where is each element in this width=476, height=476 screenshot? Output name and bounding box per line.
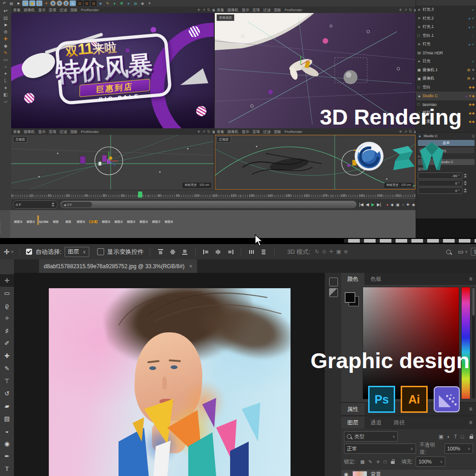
viewport-menu-item[interactable]: 查看 xyxy=(217,7,224,13)
viewport-menu-item[interactable]: 显示 xyxy=(242,7,249,13)
viewport-left-view[interactable]: 左视图 网格宽度 : 100 cm xyxy=(11,135,214,190)
layer-thumbnail[interactable] xyxy=(352,471,367,476)
frame-field[interactable]: 0 F xyxy=(13,200,58,209)
object-row[interactable]: ☀ 灯光.2 ● ✓ xyxy=(416,14,476,23)
viewport-nav-icon[interactable]: ✛ xyxy=(197,130,200,134)
object-row[interactable]: ▣ 摄像机 ▤ ✕ xyxy=(416,74,476,83)
object-state-mark[interactable]: ✓ xyxy=(472,25,475,29)
c4d-toolbar-icon[interactable]: ◘ xyxy=(84,0,90,6)
transport-button[interactable]: |◀ xyxy=(359,202,364,207)
align-left-icon[interactable] xyxy=(203,249,209,255)
viewport-nav-icon[interactable]: ✛ xyxy=(399,130,402,134)
object-label[interactable]: 灯光 xyxy=(423,41,467,47)
panel-tab[interactable]: 属性 xyxy=(341,403,364,415)
c4d-toolbar-icon[interactable]: ↶ xyxy=(1,0,7,6)
object-label[interactable]: 灯光.1 xyxy=(423,24,467,30)
layer-filter-icon[interactable]: □ xyxy=(461,434,464,439)
lock-option-icon[interactable]: ✎ xyxy=(369,459,372,464)
viewport-menu-item[interactable]: 摄像机 xyxy=(227,129,238,134)
screen-mode-button[interactable]: ▭ ∨ xyxy=(458,248,468,255)
auto-select-dropdown[interactable]: 图层 ∨ xyxy=(65,247,89,257)
opacity-field[interactable]: 100%∨ xyxy=(444,443,473,454)
viewport-nav-icon[interactable]: ↻ xyxy=(207,130,211,134)
viewport-menu-item[interactable]: 选项 xyxy=(252,7,260,13)
scrubber-handle[interactable]: ◀ 0 F xyxy=(61,202,92,207)
c4d-toolbar-icon[interactable]: ▼ xyxy=(146,0,152,6)
c4d-toolbar-icon[interactable]: ✛ xyxy=(22,0,28,6)
fill-field[interactable]: 100%∨ xyxy=(416,456,445,467)
panel-tab[interactable]: 路径 xyxy=(388,416,411,429)
quick-select-tool[interactable]: ✧ xyxy=(0,312,14,324)
c4d-tool-icon[interactable]: ▤ xyxy=(0,14,11,21)
layer-filter-icon[interactable]: T xyxy=(454,434,457,439)
viewport-menu-item[interactable]: 面板 xyxy=(274,7,281,13)
viewport-menu-item[interactable]: 过滤 xyxy=(60,7,67,13)
panel-tab[interactable]: 色板 xyxy=(364,273,388,285)
c4d-toolbar-icon[interactable]: ✽ xyxy=(119,0,125,6)
viewport-menu-item[interactable]: 选项 xyxy=(49,7,56,13)
object-dot[interactable]: ● xyxy=(465,94,467,98)
object-state-mark[interactable]: ✓ xyxy=(472,60,475,64)
object-state-mark[interactable]: ✓ xyxy=(472,8,475,12)
viewport-nav-icon[interactable]: ↗ xyxy=(202,130,205,134)
object-state-mark[interactable]: · xyxy=(474,51,476,55)
viewport-nav-icon[interactable]: ↗ xyxy=(202,8,205,12)
layer-filter-box[interactable]: 类型 ∨ xyxy=(344,431,398,442)
c4d-tool-icon[interactable]: L xyxy=(0,77,11,84)
material-swatch[interactable]: 材质 xyxy=(62,216,74,225)
c4d-toolbar-icon[interactable]: ✛ xyxy=(43,0,49,6)
object-dot[interactable]: ▤ xyxy=(467,77,470,80)
viewport-nav-icon[interactable]: ↻ xyxy=(207,8,211,12)
viewport-menu-item[interactable]: 查看 xyxy=(13,129,20,134)
c4d-toolbar-icon[interactable]: ◆ xyxy=(139,0,145,6)
viewport-menu-item[interactable]: ProRender xyxy=(284,130,303,134)
c4d-toolbar-icon[interactable]: ◘ xyxy=(77,0,83,6)
viewport-menu-item[interactable]: 摄像机 xyxy=(24,7,35,13)
object-state-mark[interactable]: ✕ xyxy=(472,68,475,72)
rotation-field[interactable]: -90 ° xyxy=(418,172,463,179)
c4d-tool-icon[interactable]: ▭ xyxy=(0,56,11,63)
lasso-tool[interactable]: ϱ xyxy=(0,299,14,312)
c4d-toolbar-icon[interactable]: ● xyxy=(126,0,132,6)
viewport-nav-icon[interactable]: ↻ xyxy=(409,130,412,134)
object-label[interactable]: 日光 xyxy=(423,59,470,64)
object-row[interactable]: ✦ 日光 ✓ xyxy=(416,57,476,66)
viewport-nav-icon[interactable]: ↻ xyxy=(409,8,412,12)
material-swatch[interactable]: Cyc.Mat xyxy=(37,216,49,225)
viewport-menu-item[interactable]: ProRender xyxy=(81,130,99,134)
object-row[interactable]: ▣ 摄像机.1 ▤ ✕ xyxy=(416,66,476,75)
distribute-vertical-icon[interactable] xyxy=(261,249,267,255)
c4d-toolbar-icon[interactable]: ▦ xyxy=(8,0,14,6)
viewport-menu-item[interactable]: 面板 xyxy=(70,129,78,134)
align-center-icon[interactable] xyxy=(215,249,221,255)
viewport-menu-item[interactable]: 选项 xyxy=(49,129,56,134)
material-swatch[interactable]: 材质.2 xyxy=(112,216,125,225)
c4d-toolbar-icon[interactable]: ■ xyxy=(98,0,104,6)
eyedropper-tool[interactable]: ✐ xyxy=(0,337,14,350)
lock-icon[interactable] xyxy=(469,436,473,439)
object-dot[interactable]: ▤ xyxy=(467,68,470,72)
object-state-mark[interactable]: ✕ xyxy=(472,77,475,81)
object-dot[interactable]: ● xyxy=(468,26,470,29)
mode3d-icon[interactable]: ✛ xyxy=(329,249,333,255)
layer-row[interactable]: ◉ 背景 xyxy=(341,469,476,476)
viewport-nav-icon[interactable]: ✛ xyxy=(399,8,402,12)
show-transform-checkbox[interactable] xyxy=(97,248,104,255)
object-state-mark[interactable]: ◆◆ xyxy=(469,111,475,115)
c4d-tool-icon[interactable]: ➤ xyxy=(0,21,11,28)
material-swatch[interactable]: 材质.6 xyxy=(75,216,87,225)
viewport-menu-item[interactable]: 查看 xyxy=(217,129,224,134)
type-tool[interactable]: T xyxy=(0,463,14,475)
object-state-mark[interactable]: ◆◆ xyxy=(469,102,475,106)
c4d-tool-icon[interactable]: ✦ xyxy=(0,70,11,77)
panel-tab[interactable]: 通道 xyxy=(364,416,388,429)
viewport-front-view[interactable]: 正视图 网格宽度 : 100 cm xyxy=(215,135,416,190)
viewport-menu-item[interactable]: 摄像机 xyxy=(24,129,35,134)
gradient-tool[interactable]: ▤ xyxy=(0,412,14,425)
move-tool-indicator[interactable]: ✛ ∨ xyxy=(4,248,13,256)
lock-icon[interactable] xyxy=(391,461,395,464)
object-row[interactable]: ▤ 37mie HDR · xyxy=(416,49,476,58)
panel-menu-icon[interactable]: ≡ xyxy=(469,276,472,282)
viewport-nav-icon[interactable]: ↗ xyxy=(404,130,407,134)
panel-tab[interactable]: 图层 xyxy=(341,416,364,429)
